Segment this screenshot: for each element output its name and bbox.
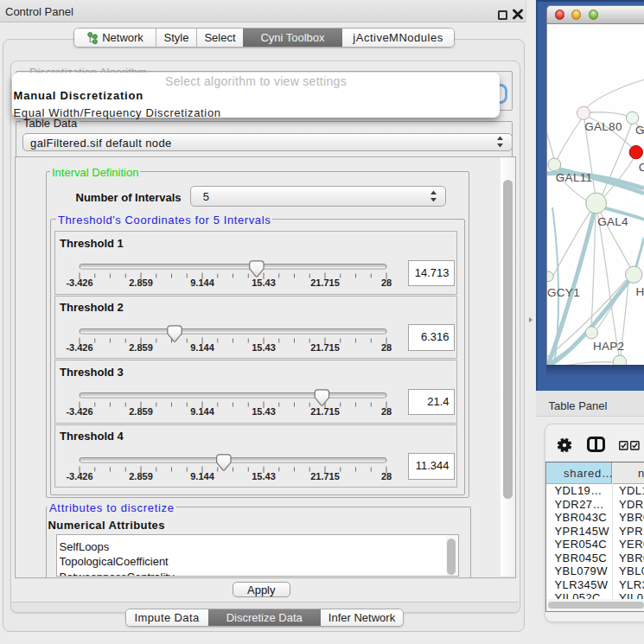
svg-text:2.859: 2.859 <box>129 277 153 288</box>
svg-text:HI: HI <box>636 285 644 298</box>
svg-text:21.715: 21.715 <box>310 277 340 288</box>
svg-text:GAL80: GAL80 <box>584 120 622 133</box>
svg-text:GAL4: GAL4 <box>597 215 628 228</box>
svg-text:28: 28 <box>381 277 392 288</box>
svg-text:15.43: 15.43 <box>252 277 276 288</box>
svg-text:-3.426: -3.426 <box>66 277 92 288</box>
svg-text:15.43: 15.43 <box>252 342 276 353</box>
svg-text:2.859: 2.859 <box>129 471 153 481</box>
svg-text:2.859: 2.859 <box>129 406 153 417</box>
svg-text:21.715: 21.715 <box>310 406 340 417</box>
svg-text:GAL: GAL <box>635 124 644 137</box>
svg-text:9.144: 9.144 <box>190 471 214 481</box>
svg-text:9.144: 9.144 <box>190 277 214 288</box>
svg-text:9.144: 9.144 <box>190 406 214 417</box>
svg-text:28: 28 <box>381 406 392 417</box>
svg-text:15.43: 15.43 <box>252 471 276 481</box>
svg-text:-3.426: -3.426 <box>66 342 92 353</box>
svg-text:CY: CY <box>639 161 644 174</box>
svg-text:28: 28 <box>381 471 392 481</box>
svg-text:21.715: 21.715 <box>310 471 340 481</box>
svg-text:2.859: 2.859 <box>129 342 153 353</box>
svg-text:28: 28 <box>381 342 392 353</box>
svg-text:9.144: 9.144 <box>190 342 214 353</box>
svg-text:GCY1: GCY1 <box>547 286 580 299</box>
svg-text:GAL11: GAL11 <box>556 171 593 184</box>
svg-text:15.43: 15.43 <box>252 406 276 417</box>
svg-text:-3.426: -3.426 <box>66 471 92 481</box>
svg-text:HAP2: HAP2 <box>593 340 624 353</box>
svg-text:21.715: 21.715 <box>310 342 340 353</box>
svg-text:-3.426: -3.426 <box>66 406 92 417</box>
